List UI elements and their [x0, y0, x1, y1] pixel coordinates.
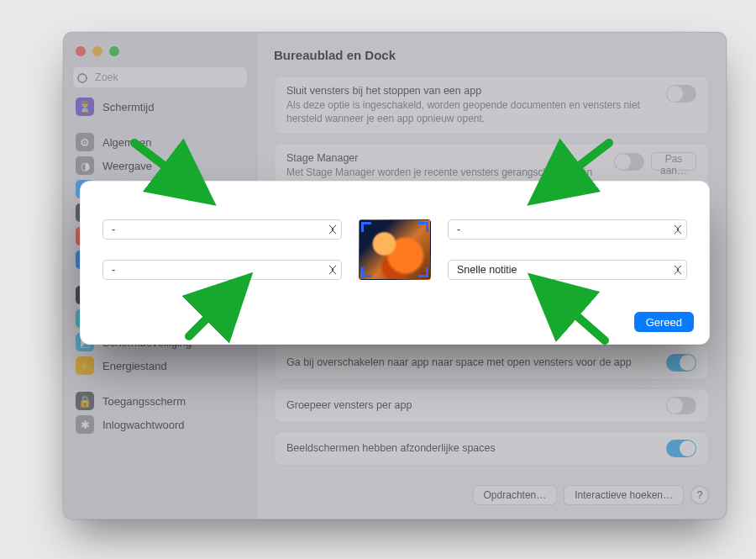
separate-spaces-label: Beeldschermen hebben afzonderlijke space…	[286, 442, 496, 454]
close-windows-sub: Als deze optie is ingeschakeld, worden g…	[286, 98, 658, 125]
group-windows-toggle[interactable]	[666, 397, 696, 414]
hot-corners-sheet: - - - Snelle notitie Gereed	[80, 181, 710, 345]
close-windows-toggle[interactable]	[666, 85, 696, 103]
zoom-icon[interactable]	[109, 46, 119, 56]
stage-manager-title: Stage Manager	[286, 152, 606, 164]
corner-top-left-select[interactable]: -	[102, 219, 342, 240]
close-icon[interactable]	[76, 46, 86, 56]
done-button[interactable]: Gereed	[634, 312, 694, 332]
sidebar-item-icon: ✱	[76, 415, 94, 434]
window-controls	[64, 41, 256, 65]
separate-spaces-toggle[interactable]	[666, 440, 696, 457]
close-windows-title: Sluit vensters bij het stoppen van een a…	[286, 85, 658, 97]
sidebar-item-label: Inlogwachtwoord	[102, 419, 185, 431]
space-switch-toggle[interactable]	[666, 354, 696, 372]
corner-bottom-right-select[interactable]: Snelle notitie	[448, 260, 687, 280]
desktop-preview-thumbnail	[359, 219, 431, 280]
space-switch-row: Ga bij overschakelen naar app naar space…	[274, 345, 709, 380]
stage-manager-customize-button[interactable]: Pas aan…	[651, 152, 696, 171]
close-windows-card: Sluit vensters bij het stoppen van een a…	[274, 76, 709, 134]
sidebar-item-label: Toegangsscherm	[102, 395, 186, 408]
sidebar-item-icon: ⚙︎	[76, 133, 94, 151]
sidebar-item-label: Schermtijd	[102, 101, 154, 113]
minimize-icon[interactable]	[92, 46, 102, 56]
corner-indicator-tl-icon	[361, 222, 371, 232]
separate-spaces-row: Beeldschermen hebben afzonderlijke space…	[274, 431, 709, 466]
corner-indicator-tr-icon	[418, 222, 428, 232]
space-switch-label: Ga bij overschakelen naar app naar space…	[286, 356, 632, 368]
sidebar-item-label: Energiestand	[102, 360, 167, 372]
page-title: Bureaublad en Dock	[274, 48, 709, 62]
corner-indicator-br-icon	[418, 267, 428, 277]
sidebar-item-icon: ⚡	[76, 356, 94, 375]
group-windows-row: Groepeer vensters per app	[274, 388, 709, 423]
corner-top-right-select[interactable]: -	[448, 219, 687, 240]
hot-corners-button[interactable]: Interactieve hoeken…	[564, 485, 684, 505]
sidebar-item-12[interactable]: ✱Inlogwachtwoord	[64, 413, 256, 436]
sidebar-item-icon: ⏳	[76, 98, 94, 116]
sidebar-item-11[interactable]: 🔒Toegangsscherm	[64, 389, 256, 413]
sidebar-item-10[interactable]: ⚡Energiestand	[64, 354, 256, 377]
corner-bottom-left-select[interactable]: -	[102, 260, 342, 280]
sidebar-item-label: Algemeen	[102, 136, 152, 149]
commands-button[interactable]: Opdrachten…	[473, 485, 558, 505]
corner-indicator-bl-icon	[361, 267, 371, 277]
stage-manager-toggle[interactable]	[614, 153, 644, 171]
footer-row: Opdrachten… Interactieve hoeken… ?	[274, 485, 709, 505]
sidebar-item-2[interactable]: ◑Weergave	[64, 154, 256, 177]
sidebar-item-1[interactable]: ⚙︎Algemeen	[64, 130, 256, 154]
sidebar-item-icon: 🔒	[76, 392, 94, 410]
help-button[interactable]: ?	[690, 486, 709, 504]
sidebar-item-0[interactable]: ⏳Schermtijd	[64, 95, 256, 119]
sidebar-item-label: Weergave	[102, 160, 152, 172]
sidebar-item-icon: ◑	[76, 156, 94, 175]
search-input[interactable]	[72, 66, 248, 88]
group-windows-label: Groepeer vensters per app	[286, 399, 412, 411]
